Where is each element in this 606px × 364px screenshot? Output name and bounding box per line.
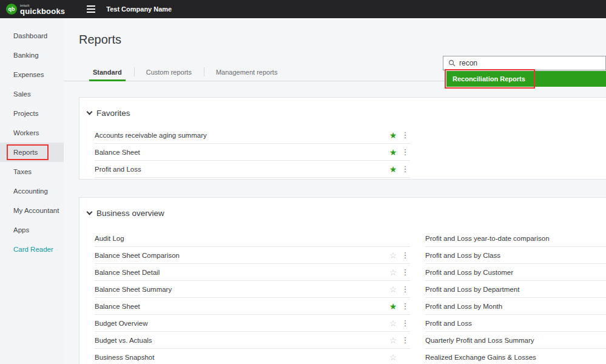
sidebar-item-label: Accounting <box>13 187 48 195</box>
chevron-down-icon <box>87 209 93 215</box>
report-row: Profit and Loss by Department <box>425 281 606 298</box>
search-suggestion-reconciliation-reports[interactable]: Reconciliation Reports <box>446 71 606 87</box>
star-outline-icon[interactable]: ☆ <box>386 352 400 362</box>
tab-custom-reports[interactable]: Custom reports <box>134 63 204 81</box>
report-link-business-snapshot[interactable]: Business Snapshot <box>95 354 386 361</box>
sidebar-item-workers[interactable]: Workers <box>0 123 64 143</box>
report-row: Balance Sheet★⋮ <box>95 298 410 315</box>
favorites-rows: Accounts receivable aging summary★⋮Balan… <box>95 127 410 178</box>
favorites-section: Favorites Accounts receivable aging summ… <box>79 97 606 180</box>
report-search: Reconciliation Reports <box>443 56 606 87</box>
sidebar-item-projects[interactable]: Projects <box>0 104 64 123</box>
kebab-menu-icon[interactable]: ⋮ <box>400 268 410 277</box>
sidebar-item-label: Card Reader <box>13 246 53 253</box>
kebab-menu-icon[interactable]: ⋮ <box>400 318 410 328</box>
report-link-balance-sheet[interactable]: Balance Sheet <box>95 149 386 156</box>
sidebar-item-expenses[interactable]: Expenses <box>0 65 64 84</box>
report-link-accounts-receivable-aging-summary[interactable]: Accounts receivable aging summary <box>95 132 386 139</box>
report-link-profit-and-loss-by-month[interactable]: Profit and Loss by Month <box>425 303 606 310</box>
sidebar-item-label: Expenses <box>13 71 44 78</box>
report-link-profit-and-loss-by-customer[interactable]: Profit and Loss by Customer <box>425 269 606 276</box>
star-outline-icon[interactable]: ☆ <box>386 251 400 260</box>
business-overview-right-rows: Profit and Loss year-to-date comparisonP… <box>425 230 606 364</box>
report-link-realized-exchange-gains-losses[interactable]: Realized Exchange Gains & Losses <box>425 354 606 361</box>
star-outline-icon[interactable]: ☆ <box>386 285 400 294</box>
sidebar: DashboardBankingExpensesSalesProjectsWor… <box>0 18 64 364</box>
business-overview-section: Business overview Audit Log⋮Balance Shee… <box>79 197 606 364</box>
hamburger-menu-icon[interactable] <box>84 3 98 15</box>
kebab-menu-icon[interactable]: ⋮ <box>400 164 410 174</box>
star-filled-icon[interactable]: ★ <box>386 147 400 157</box>
report-link-budget-vs-actuals[interactable]: Budget vs. Actuals <box>95 337 386 344</box>
chevron-down-icon <box>87 109 93 115</box>
kebab-menu-icon[interactable]: ⋮ <box>400 302 410 311</box>
report-row: Budget vs. Actuals☆⋮ <box>95 332 410 349</box>
report-link-quarterly-profit-and-loss-summary[interactable]: Quarterly Profit and Loss Summary <box>425 337 606 344</box>
sidebar-item-apps[interactable]: Apps <box>0 220 64 240</box>
star-outline-icon[interactable]: ☆ <box>386 318 400 328</box>
business-overview-section-header[interactable]: Business overview <box>87 209 164 218</box>
business-overview-left-rows: Audit Log⋮Balance Sheet Comparison☆⋮Bala… <box>95 230 410 364</box>
report-row: Profit and Loss by Class <box>425 247 606 264</box>
sidebar-item-card-reader[interactable]: Card Reader <box>0 240 64 259</box>
search-icon <box>448 59 456 67</box>
sidebar-item-label: Projects <box>13 110 39 117</box>
report-row: Realized Exchange Gains & Losses <box>425 349 606 364</box>
report-row: Accounts receivable aging summary★⋮ <box>95 127 410 144</box>
report-link-budget-overview[interactable]: Budget Overview <box>95 320 386 327</box>
section-title: Business overview <box>96 209 164 218</box>
star-outline-icon[interactable]: ☆ <box>386 268 400 277</box>
kebab-menu-icon[interactable]: ⋮ <box>400 335 410 345</box>
tab-management-reports[interactable]: Management reports <box>204 63 290 81</box>
report-link-profit-and-loss[interactable]: Profit and Loss <box>95 166 386 173</box>
star-filled-icon[interactable]: ★ <box>386 130 400 140</box>
sidebar-item-label: Sales <box>13 90 31 98</box>
sidebar-item-label: Taxes <box>13 168 32 175</box>
report-link-balance-sheet-detail[interactable]: Balance Sheet Detail <box>95 269 386 276</box>
sidebar-item-label: Reports <box>13 149 38 156</box>
favorites-section-header[interactable]: Favorites <box>87 109 130 118</box>
sidebar-item-reports[interactable]: Reports <box>0 143 64 162</box>
sidebar-item-banking[interactable]: Banking <box>0 46 64 65</box>
search-box[interactable] <box>443 56 606 70</box>
sidebar-item-taxes[interactable]: Taxes <box>0 162 64 181</box>
report-link-profit-and-loss-year-to-date-comparison[interactable]: Profit and Loss year-to-date comparison <box>425 235 606 242</box>
report-link-balance-sheet-summary[interactable]: Balance Sheet Summary <box>95 286 386 293</box>
report-row: Balance Sheet★⋮ <box>95 144 410 161</box>
sidebar-item-accounting[interactable]: Accounting <box>0 181 64 201</box>
kebab-menu-icon[interactable]: ⋮ <box>400 130 410 140</box>
sidebar-item-sales[interactable]: Sales <box>0 84 64 104</box>
star-filled-icon[interactable]: ★ <box>386 302 400 311</box>
kebab-menu-icon[interactable]: ⋮ <box>400 251 410 260</box>
report-row: Profit and Loss by Month <box>425 298 606 315</box>
quickbooks-logo: qb intuit quickbooks <box>6 4 65 15</box>
sidebar-item-label: Dashboard <box>13 32 47 39</box>
report-link-audit-log[interactable]: Audit Log <box>95 235 386 242</box>
report-row: Profit and Loss <box>425 315 606 332</box>
sidebar-item-dashboard[interactable]: Dashboard <box>0 26 64 46</box>
section-title: Favorites <box>96 109 130 118</box>
report-row: Profit and Loss★⋮ <box>95 161 410 178</box>
kebab-menu-icon[interactable]: ⋮ <box>400 285 410 294</box>
sidebar-item-label: Workers <box>13 129 39 136</box>
report-row: Profit and Loss year-to-date comparison <box>425 230 606 247</box>
report-link-profit-and-loss-by-department[interactable]: Profit and Loss by Department <box>425 286 606 293</box>
report-link-profit-and-loss[interactable]: Profit and Loss <box>425 320 606 327</box>
report-link-balance-sheet[interactable]: Balance Sheet <box>95 303 386 310</box>
report-link-profit-and-loss-by-class[interactable]: Profit and Loss by Class <box>425 252 606 259</box>
report-row: Balance Sheet Comparison☆⋮ <box>95 247 410 264</box>
page-title: Reports <box>79 33 121 47</box>
star-filled-icon[interactable]: ★ <box>386 164 400 174</box>
star-outline-icon[interactable]: ☆ <box>386 335 400 345</box>
report-row: Audit Log⋮ <box>95 230 410 247</box>
qb-logo-icon: qb <box>6 4 17 15</box>
topbar: qb intuit quickbooks Test Company Name <box>0 0 606 18</box>
sidebar-item-label: Banking <box>13 52 39 59</box>
tab-standard[interactable]: Standard <box>81 63 134 81</box>
sidebar-item-my-accountant[interactable]: My Accountant <box>0 201 64 220</box>
search-input[interactable] <box>459 59 601 67</box>
kebab-menu-icon[interactable]: ⋮ <box>400 147 410 157</box>
report-link-balance-sheet-comparison[interactable]: Balance Sheet Comparison <box>95 252 386 259</box>
report-row: Budget Overview☆⋮ <box>95 315 410 332</box>
quickbooks-app-window: qb intuit quickbooks Test Company Name D… <box>0 0 606 364</box>
